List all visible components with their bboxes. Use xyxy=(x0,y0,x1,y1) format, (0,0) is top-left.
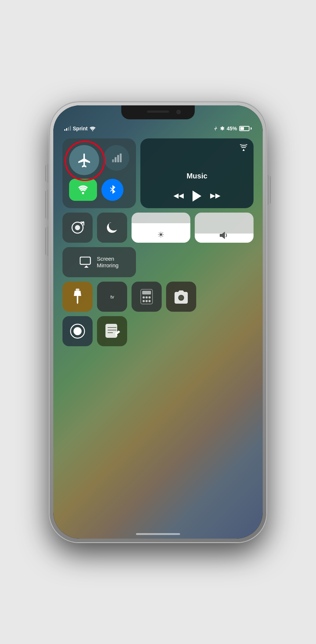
bluetooth-status: ✱ xyxy=(220,126,225,131)
volume-slider[interactable] xyxy=(195,213,254,243)
battery-icon xyxy=(239,126,252,131)
svg-marker-8 xyxy=(179,193,184,199)
fastforward-button[interactable] xyxy=(209,192,221,200)
screen-mirroring-label: Screen Mirroring xyxy=(97,256,118,269)
battery-percentage: 45% xyxy=(227,126,237,131)
svg-rect-2 xyxy=(115,157,116,162)
portrait-lock-icon xyxy=(70,220,85,235)
music-controls xyxy=(173,190,221,202)
music-tile[interactable]: Music xyxy=(140,138,254,208)
side-btn-right[interactable] xyxy=(268,175,271,205)
side-btn-left-mid2[interactable] xyxy=(45,227,48,256)
camera-button[interactable] xyxy=(166,282,196,312)
flashlight-button[interactable] xyxy=(62,282,93,312)
music-label: Music xyxy=(187,172,208,180)
svg-rect-4 xyxy=(120,153,122,162)
status-left: Sprint xyxy=(64,126,96,131)
svg-point-27 xyxy=(179,296,183,300)
svg-rect-1 xyxy=(112,159,114,162)
svg-point-29 xyxy=(73,327,82,335)
apps-row: tv xyxy=(62,282,254,312)
svg-point-23 xyxy=(143,300,145,302)
phone-outer: Sprint ✱ 45% xyxy=(50,102,266,542)
second-row: ☀ xyxy=(62,213,254,243)
do-not-disturb-button[interactable] xyxy=(97,213,127,243)
music-top xyxy=(146,144,248,151)
flashlight-icon xyxy=(72,289,83,305)
screen-record-button[interactable] xyxy=(62,316,93,346)
side-btn-left-mid1[interactable] xyxy=(45,190,48,219)
calculator-button[interactable] xyxy=(132,282,162,312)
speaker xyxy=(147,111,169,113)
brightness-slider[interactable]: ☀ xyxy=(132,213,190,243)
svg-point-13 xyxy=(75,225,80,230)
svg-point-0 xyxy=(92,130,93,131)
signal-bar-2 xyxy=(66,128,67,131)
svg-rect-3 xyxy=(117,155,119,162)
top-row: Music xyxy=(62,138,254,208)
notch xyxy=(121,105,195,119)
screen: Sprint ✱ 45% xyxy=(53,105,263,539)
screen-mirroring-icon xyxy=(80,257,93,268)
svg-marker-7 xyxy=(173,193,179,199)
appletv-button[interactable]: tv xyxy=(97,282,127,312)
cellular-button[interactable] xyxy=(104,145,129,171)
svg-point-24 xyxy=(146,300,148,302)
screen-record-icon xyxy=(69,323,86,339)
wifi-status-icon xyxy=(89,126,96,131)
control-center: Music xyxy=(62,138,254,517)
svg-marker-9 xyxy=(193,191,201,202)
volume-icon xyxy=(219,231,229,240)
camera-icon xyxy=(173,290,189,304)
wifi-icon xyxy=(76,185,90,195)
svg-rect-30 xyxy=(105,324,117,338)
status-right: ✱ 45% xyxy=(213,126,252,131)
signal-bar-4 xyxy=(70,126,71,131)
location-icon xyxy=(213,126,218,131)
portrait-lock-button[interactable] xyxy=(62,213,93,243)
svg-point-5 xyxy=(82,192,84,194)
rewind-button[interactable] xyxy=(173,192,184,200)
svg-marker-14 xyxy=(220,232,225,239)
airplay-audio-icon xyxy=(240,144,248,151)
brightness-icon: ☀ xyxy=(157,230,165,240)
camera xyxy=(176,110,181,114)
wifi-button[interactable] xyxy=(69,179,97,201)
svg-marker-6 xyxy=(243,149,245,151)
svg-marker-10 xyxy=(210,193,215,199)
notes-button[interactable] xyxy=(97,316,127,346)
bluetooth-button[interactable] xyxy=(101,179,123,201)
svg-point-21 xyxy=(146,296,148,299)
third-row: Screen Mirroring xyxy=(62,247,254,277)
moon-icon xyxy=(105,221,119,234)
bottom-row xyxy=(62,316,254,346)
home-indicator[interactable] xyxy=(136,533,180,535)
svg-rect-17 xyxy=(76,289,79,291)
svg-point-22 xyxy=(148,296,151,299)
airplane-icon xyxy=(76,152,92,168)
network-tile xyxy=(62,138,136,208)
screen-mirroring-button[interactable]: Screen Mirroring xyxy=(62,247,136,277)
play-button[interactable] xyxy=(192,190,202,202)
bluetooth-icon xyxy=(108,184,117,195)
status-bar: Sprint ✱ 45% xyxy=(53,123,263,134)
svg-point-20 xyxy=(143,296,145,299)
appletv-label: tv xyxy=(110,294,114,300)
phone-inner: Sprint ✱ 45% xyxy=(53,105,263,539)
signal-bar-3 xyxy=(68,127,69,131)
svg-rect-19 xyxy=(142,291,151,294)
svg-marker-16 xyxy=(84,265,89,268)
cellular-icon xyxy=(111,153,122,163)
notes-icon xyxy=(104,323,120,339)
svg-rect-15 xyxy=(80,257,90,264)
signal-bar-1 xyxy=(64,129,65,131)
svg-marker-11 xyxy=(215,193,220,199)
carrier-name: Sprint xyxy=(73,126,87,131)
airplane-mode-button[interactable] xyxy=(69,145,99,175)
side-btn-left-top[interactable] xyxy=(45,164,48,182)
signal-bars xyxy=(64,126,71,131)
svg-point-25 xyxy=(148,300,151,302)
calculator-icon xyxy=(140,289,153,305)
